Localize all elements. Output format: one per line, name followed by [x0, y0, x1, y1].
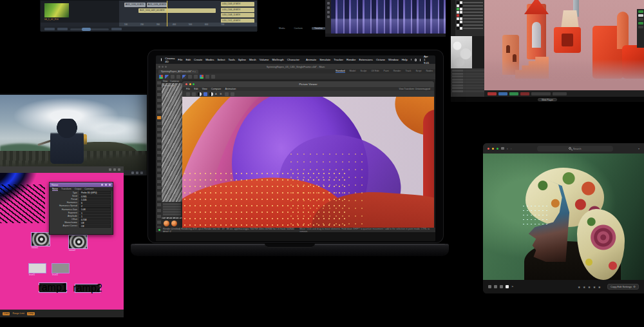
toolbar-icon[interactable]: [225, 92, 229, 96]
dialog-close-icon[interactable]: [109, 184, 111, 186]
rotate-tool-icon[interactable]: [171, 75, 175, 79]
active-tool-icon[interactable]: [157, 116, 161, 119]
window-bar-icon[interactable]: [140, 172, 143, 174]
timeline-clip[interactable]: A012_C034_05.MOV: [124, 3, 146, 7]
layout-tab[interactable]: Render: [393, 70, 401, 73]
layout-tab[interactable]: Model: [350, 70, 356, 73]
menu-item[interactable]: Character: [287, 58, 299, 61]
toolbar-icon[interactable]: [176, 75, 180, 79]
td-node-level[interactable]: level1: [28, 263, 46, 273]
menu-item[interactable]: Edit: [185, 58, 191, 61]
render-frame-field[interactable]: [531, 92, 551, 95]
render-viewport[interactable]: [484, 0, 644, 90]
close-button[interactable]: [488, 148, 489, 150]
panel-chip[interactable]: [638, 26, 643, 28]
toolbar-button[interactable]: [111, 28, 122, 30]
menu-item[interactable]: Spline: [238, 58, 246, 61]
c4d-title-bar[interactable]: SpinningRopes_03_C4D_SingleFrame.c4d* - …: [156, 64, 435, 69]
panel-chip[interactable]: [638, 22, 643, 25]
toolbar-icon[interactable]: [194, 75, 198, 79]
menu-item[interactable]: Render: [346, 58, 355, 61]
layout-tab[interactable]: Standard: [336, 70, 345, 73]
param-value-field[interactable]: 6: [79, 201, 111, 204]
render-icon[interactable]: [182, 75, 186, 79]
dialog-title-bar[interactable]: Noise: [50, 183, 113, 187]
param-row[interactable]: Type Perlin 3D (GPU): [50, 191, 113, 194]
c4d-left-tool-column[interactable]: [156, 79, 162, 228]
param-row[interactable]: Harmonics 6: [50, 201, 113, 204]
render-button-red[interactable]: [488, 92, 497, 95]
dialog-icon[interactable]: [101, 184, 103, 186]
td-node-ramp[interactable]: ramp1: [39, 282, 67, 293]
menu-item[interactable]: Tools: [229, 58, 235, 61]
dialog-tab[interactable]: Common: [84, 188, 93, 190]
menu-item[interactable]: Mesh: [249, 58, 256, 61]
td-node-noise[interactable]: noise2: [68, 235, 88, 249]
param-value-field[interactable]: 1: [79, 215, 111, 217]
window-bar-icon[interactable]: [136, 172, 138, 174]
layout-tab[interactable]: Sculpt: [360, 70, 366, 73]
bottom-tab[interactable]: Conform: [294, 27, 303, 30]
menu-item[interactable]: Simulate: [319, 58, 330, 61]
menu-item[interactable]: Create: [194, 58, 202, 61]
param-row[interactable]: Seed 0.965: [50, 194, 113, 197]
timeline-clip[interactable]: B021_C014_0422_001.MOV: [138, 8, 216, 13]
copy-edit-settings-button[interactable]: Copy Edit Settings ⚙: [607, 284, 639, 290]
toolbar-icon[interactable]: [231, 92, 234, 96]
toolbar-button[interactable]: [44, 28, 55, 30]
menu-item[interactable]: Cinema 4D: [165, 57, 175, 63]
layout-tab[interactable]: Script: [415, 70, 421, 73]
menu-item[interactable]: View: [202, 88, 207, 90]
compare-icon[interactable]: [198, 92, 202, 96]
layout-tab[interactable]: Paint: [384, 70, 389, 73]
timeline-preview-thumbnail[interactable]: [44, 3, 69, 17]
toolbar-icon[interactable]: [211, 75, 215, 79]
td-node-level[interactable]: level2: [52, 263, 70, 273]
photo-canvas[interactable]: [483, 154, 644, 280]
menu-item[interactable]: Compare: [211, 88, 222, 90]
material-ball[interactable]: [164, 221, 169, 226]
render-button-stop[interactable]: [520, 92, 529, 95]
dialog-icon[interactable]: [105, 184, 107, 186]
fit-view-icon[interactable]: [204, 92, 207, 96]
window-bar-icon[interactable]: [131, 172, 134, 174]
coordinates-icon[interactable]: [200, 75, 204, 79]
tool-icon[interactable]: [327, 15, 330, 18]
menu-item[interactable]: Volume: [260, 58, 269, 61]
contrast-icon[interactable]: [209, 92, 213, 96]
picture-viewer-title-bar[interactable]: Picture Viewer: [182, 81, 434, 87]
filter-caret-icon[interactable]: ▾: [638, 147, 639, 150]
param-value-field[interactable]: 0.965: [79, 195, 111, 197]
menu-item[interactable]: File: [178, 58, 182, 61]
param-value-field[interactable]: Perlin 3D (GPU): [79, 191, 111, 193]
minimize-button[interactable]: [492, 148, 494, 150]
layout-tab[interactable]: UV Edit: [371, 70, 379, 73]
timeline-clip[interactable]: L010_C004_09.MOV: [221, 8, 254, 12]
menu-item[interactable]: Edit: [194, 88, 198, 90]
flag-icon[interactable]: ⚑: [511, 285, 514, 288]
scale-tool-icon[interactable]: [165, 75, 169, 79]
param-row[interactable]: Exponent 1: [50, 211, 113, 214]
loupe-view-icon[interactable]: [494, 285, 497, 288]
grid-view-icon[interactable]: [488, 285, 491, 288]
menu-item[interactable]: Tracker: [334, 58, 343, 61]
tool-icon[interactable]: [327, 11, 330, 14]
bottom-tab[interactable]: Timeline: [312, 27, 325, 30]
param-value-field[interactable]: 0.708: [79, 218, 111, 221]
render-button-blue[interactable]: [498, 92, 507, 95]
dialog-tab[interactable]: Noise: [52, 188, 58, 191]
search-input[interactable]: Search: [537, 146, 613, 152]
timeline-zoom-slider[interactable]: [70, 28, 109, 30]
timeline-chip[interactable]: Loop: [27, 312, 35, 315]
bottom-tab[interactable]: Media: [279, 27, 285, 30]
toolbar-icon[interactable]: [205, 75, 209, 79]
web-player-button[interactable]: Web Player: [538, 98, 557, 101]
menu-item[interactable]: Help: [402, 58, 408, 61]
timeline-clip[interactable]: L010_C003_07.MOV: [221, 2, 254, 6]
compare-view-icon[interactable]: [500, 285, 503, 288]
game-scene[interactable]: [0, 95, 147, 170]
td-network-canvas[interactable]: noise1 noise2 level1 level2 ramp1: [0, 173, 124, 310]
back-arrow-icon[interactable]: ‹: [507, 146, 508, 150]
param-value-field[interactable]: Off: [79, 221, 111, 224]
render-frame-field[interactable]: [553, 92, 567, 95]
